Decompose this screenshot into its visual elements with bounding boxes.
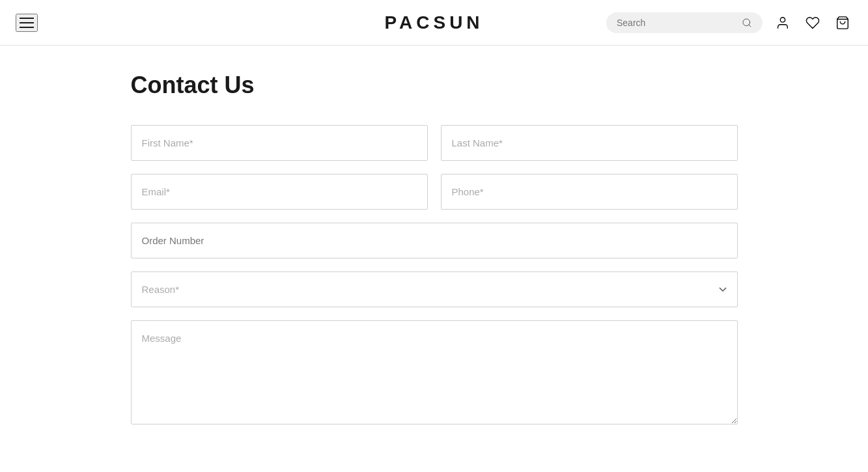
search-input[interactable] <box>617 18 736 28</box>
first-name-field <box>131 125 428 161</box>
account-icon <box>776 16 790 30</box>
header: PACSUN <box>0 0 868 46</box>
first-name-input[interactable] <box>131 125 428 161</box>
email-input[interactable] <box>131 174 428 210</box>
order-number-row <box>131 223 738 258</box>
search-icon <box>742 18 752 28</box>
svg-point-2 <box>780 17 785 21</box>
logo[interactable]: PACSUN <box>384 12 483 33</box>
order-number-input[interactable] <box>131 223 738 258</box>
header-center: PACSUN <box>384 12 483 33</box>
wishlist-button[interactable] <box>803 13 822 33</box>
page-title: Contact Us <box>131 72 738 99</box>
contact-row <box>131 174 738 210</box>
cart-button[interactable] <box>833 13 852 33</box>
reason-select[interactable]: Reason* Order Issue Return/Exchange Prod… <box>131 271 738 307</box>
name-row <box>131 125 738 161</box>
phone-field <box>441 174 738 210</box>
contact-form: Reason* Order Issue Return/Exchange Prod… <box>131 125 738 427</box>
header-left <box>16 14 38 32</box>
heart-icon <box>805 16 820 30</box>
search-icon-button[interactable] <box>742 18 752 28</box>
last-name-field <box>441 125 738 161</box>
phone-input[interactable] <box>441 174 738 210</box>
search-container[interactable] <box>606 12 763 33</box>
email-field <box>131 174 428 210</box>
reason-row: Reason* Order Issue Return/Exchange Prod… <box>131 271 738 307</box>
svg-line-1 <box>749 25 751 27</box>
account-button[interactable] <box>773 13 792 33</box>
last-name-input[interactable] <box>441 125 738 161</box>
main-content: Contact Us Reason* <box>115 46 753 453</box>
message-textarea[interactable] <box>131 320 738 424</box>
message-row <box>131 320 738 427</box>
menu-button[interactable] <box>16 14 38 32</box>
header-right <box>606 12 852 33</box>
bag-icon <box>835 16 850 30</box>
